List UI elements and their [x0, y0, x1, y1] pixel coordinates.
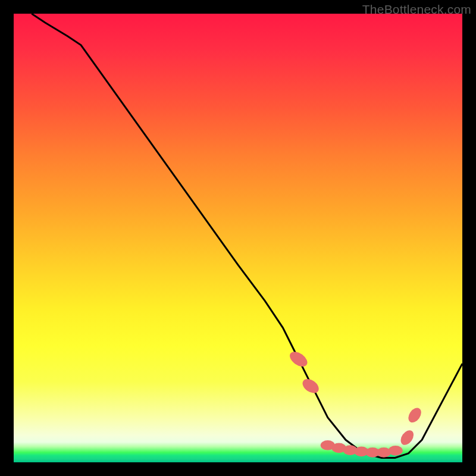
- plot-area: [14, 14, 462, 462]
- watermark: TheBottleneck.com: [362, 2, 471, 17]
- chart-container: TheBottleneck.com: [0, 0, 476, 476]
